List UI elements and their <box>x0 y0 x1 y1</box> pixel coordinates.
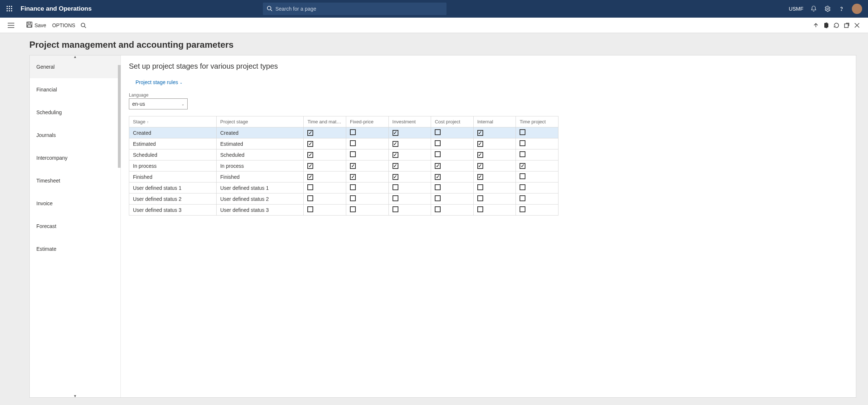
checkbox[interactable] <box>477 184 483 190</box>
cell-stage[interactable]: User defined status 3 <box>129 205 217 216</box>
checkbox[interactable] <box>520 195 525 201</box>
col-fixed-price[interactable]: Fixed-price <box>346 116 389 127</box>
checkbox[interactable] <box>435 184 441 190</box>
cell-project-stage[interactable]: User defined status 3 <box>216 205 304 216</box>
sidenav-scroll-down-icon[interactable]: ▼ <box>73 394 77 398</box>
checkbox[interactable] <box>307 206 313 212</box>
checkbox[interactable] <box>520 206 525 212</box>
checkbox[interactable] <box>477 195 483 201</box>
checkbox[interactable] <box>350 140 356 146</box>
cell-project-stage[interactable]: Finished <box>216 171 304 182</box>
project-stage-rules-link[interactable]: Project stage rules ⌄ <box>135 79 182 85</box>
checkbox[interactable] <box>520 140 525 146</box>
cell-project-stage[interactable]: User defined status 2 <box>216 194 304 205</box>
checkbox[interactable] <box>350 206 356 212</box>
checkbox[interactable] <box>350 151 356 157</box>
checkbox[interactable] <box>393 152 398 158</box>
save-button[interactable]: Save <box>23 20 49 30</box>
checkbox[interactable] <box>307 174 313 180</box>
sidenav-scrollbar[interactable] <box>118 65 121 168</box>
col-time-and-material[interactable]: Time and materi... <box>304 116 346 127</box>
checkbox[interactable] <box>435 163 441 169</box>
checkbox[interactable] <box>393 163 398 169</box>
checkbox[interactable] <box>350 184 356 190</box>
checkbox[interactable] <box>477 174 483 180</box>
company-code[interactable]: USMF <box>789 6 803 12</box>
find-icon[interactable] <box>78 20 88 30</box>
language-select[interactable]: en-us ⌄ <box>129 98 188 109</box>
col-time-project[interactable]: Time project <box>516 116 558 127</box>
checkbox[interactable] <box>520 163 525 169</box>
sidenav-item-invoice[interactable]: Invoice <box>30 192 120 215</box>
refresh-icon[interactable] <box>831 20 842 30</box>
checkbox[interactable] <box>520 129 525 135</box>
checkbox[interactable] <box>350 129 356 135</box>
cell-stage[interactable]: User defined status 1 <box>129 182 217 194</box>
checkbox[interactable] <box>307 184 313 190</box>
options-button[interactable]: OPTIONS <box>49 21 78 30</box>
checkbox[interactable] <box>477 152 483 158</box>
checkbox[interactable] <box>393 206 398 212</box>
checkbox[interactable] <box>393 130 398 136</box>
sidenav-item-estimate[interactable]: Estimate <box>30 238 120 260</box>
checkbox[interactable] <box>435 195 441 201</box>
checkbox[interactable] <box>435 129 441 135</box>
checkbox[interactable] <box>477 163 483 169</box>
cell-project-stage[interactable]: Scheduled <box>216 149 304 160</box>
checkbox[interactable] <box>350 174 356 180</box>
table-row[interactable]: ScheduledScheduled <box>129 149 558 160</box>
attachments-icon[interactable] <box>811 20 821 30</box>
cell-project-stage[interactable]: Estimated <box>216 138 304 149</box>
checkbox[interactable] <box>393 184 398 190</box>
app-launcher-icon[interactable] <box>4 3 15 15</box>
cell-project-stage[interactable]: Created <box>216 127 304 138</box>
checkbox[interactable] <box>520 184 525 190</box>
table-row[interactable]: User defined status 1User defined status… <box>129 182 558 194</box>
checkbox[interactable] <box>307 152 313 158</box>
checkbox[interactable] <box>477 206 483 212</box>
col-investment[interactable]: Investment <box>388 116 431 127</box>
col-cost-project[interactable]: Cost project <box>431 116 474 127</box>
checkbox[interactable] <box>520 151 525 157</box>
checkbox[interactable] <box>435 140 441 146</box>
cell-project-stage[interactable]: User defined status 1 <box>216 182 304 194</box>
cell-stage[interactable]: Created <box>129 127 217 138</box>
user-avatar[interactable] <box>852 4 862 14</box>
cell-stage[interactable]: In process <box>129 160 217 171</box>
cell-stage[interactable]: User defined status 2 <box>129 194 217 205</box>
checkbox[interactable] <box>307 141 313 147</box>
cell-stage[interactable]: Scheduled <box>129 149 217 160</box>
checkbox[interactable] <box>435 206 441 212</box>
sidenav-item-forecast[interactable]: Forecast <box>30 215 120 238</box>
cell-stage[interactable]: Finished <box>129 171 217 182</box>
gear-icon[interactable] <box>824 5 831 12</box>
checkbox[interactable] <box>307 130 313 136</box>
help-icon[interactable] <box>838 5 845 12</box>
checkbox[interactable] <box>350 163 356 169</box>
close-icon[interactable] <box>852 20 862 30</box>
checkbox[interactable] <box>350 195 356 201</box>
col-stage[interactable]: Stage↑ <box>129 116 217 127</box>
global-search-input[interactable] <box>275 6 443 12</box>
checkbox[interactable] <box>477 130 483 136</box>
sidenav-item-scheduling[interactable]: Scheduling <box>30 101 120 124</box>
popout-icon[interactable] <box>842 20 852 30</box>
table-row[interactable]: CreatedCreated <box>129 127 558 138</box>
cell-stage[interactable]: Estimated <box>129 138 217 149</box>
checkbox[interactable] <box>435 174 441 180</box>
nav-toggle-icon[interactable] <box>6 20 16 30</box>
sidenav-item-financial[interactable]: Financial <box>30 78 120 101</box>
checkbox[interactable] <box>393 174 398 180</box>
sidenav-item-intercompany[interactable]: Intercompany <box>30 147 120 169</box>
notification-icon[interactable] <box>810 5 817 12</box>
sidenav-item-timesheet[interactable]: Timesheet <box>30 169 120 192</box>
table-row[interactable]: User defined status 3User defined status… <box>129 205 558 216</box>
office-icon[interactable] <box>821 20 831 30</box>
checkbox[interactable] <box>520 173 525 179</box>
table-row[interactable]: EstimatedEstimated <box>129 138 558 149</box>
table-row[interactable]: FinishedFinished <box>129 171 558 182</box>
global-search[interactable] <box>263 3 446 15</box>
sidenav-item-general[interactable]: General <box>30 55 120 78</box>
checkbox[interactable] <box>393 195 398 201</box>
cell-project-stage[interactable]: In process <box>216 160 304 171</box>
